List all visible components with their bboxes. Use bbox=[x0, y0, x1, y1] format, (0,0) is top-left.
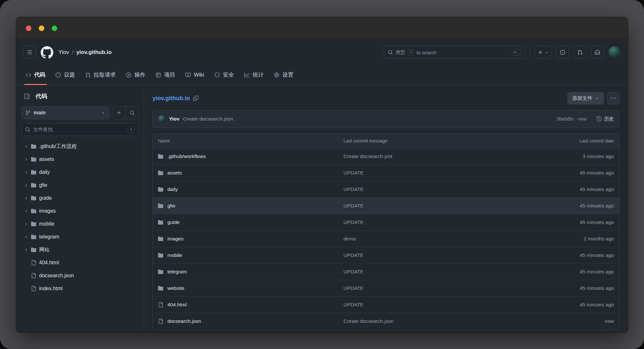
go-to-file-input[interactable]: 文件查找 t bbox=[21, 123, 139, 136]
tree-folder[interactable]: images bbox=[21, 205, 139, 217]
commit-message-link[interactable]: Create docsearch.yml bbox=[343, 153, 392, 159]
tab-insights[interactable]: 统计 bbox=[240, 65, 268, 85]
tab-code[interactable]: 代码 bbox=[22, 65, 49, 85]
commit-message-link[interactable]: UPDATE bbox=[343, 269, 364, 274]
commit-message-link[interactable]: UPDATE bbox=[343, 186, 364, 192]
table-row[interactable]: guide UPDATE 45 minutes ago bbox=[153, 214, 619, 230]
add-file-button[interactable]: 添加文件 bbox=[567, 92, 604, 104]
chevron-right-icon bbox=[24, 196, 28, 200]
commit-message-link[interactable]: UPDATE bbox=[343, 219, 364, 225]
table-icon bbox=[156, 72, 161, 78]
shield-icon bbox=[215, 72, 220, 78]
breadcrumb-separator: / bbox=[72, 49, 73, 56]
breadcrumb-owner-link[interactable]: Yiov bbox=[58, 49, 69, 56]
tab-pull-requests[interactable]: 拉取请求 bbox=[81, 65, 120, 85]
inbox-button[interactable] bbox=[591, 46, 604, 59]
tab-security[interactable]: 安全 bbox=[210, 65, 238, 85]
code-icon bbox=[26, 72, 31, 78]
file-name-link[interactable]: 404.html bbox=[167, 302, 186, 308]
file-name-link[interactable]: daily bbox=[167, 186, 178, 192]
commit-message-link[interactable]: Create docsearch.json bbox=[343, 318, 394, 324]
commit-message-link[interactable]: demo bbox=[343, 236, 356, 241]
table-row[interactable]: website UPDATE 45 minutes ago bbox=[153, 280, 619, 296]
tab-issues[interactable]: 议题 bbox=[51, 65, 79, 85]
minimize-window-button[interactable] bbox=[39, 26, 44, 31]
tree-file[interactable]: docsearch.json bbox=[21, 269, 139, 282]
file-name-link[interactable]: telegram bbox=[167, 269, 187, 275]
file-name-link[interactable]: guide bbox=[167, 219, 180, 225]
file-name-link[interactable]: images bbox=[167, 236, 184, 242]
tree-folder[interactable]: telegram bbox=[21, 230, 139, 243]
search-placeholder-suffix: to search bbox=[417, 50, 437, 55]
tree-folder[interactable]: 网站 bbox=[21, 243, 139, 256]
github-logo-icon[interactable] bbox=[41, 46, 53, 59]
tree-folder[interactable]: guide bbox=[21, 192, 139, 205]
table-row[interactable]: gfw UPDATE 45 minutes ago bbox=[153, 197, 619, 214]
issues-dashboard-button[interactable] bbox=[556, 46, 569, 59]
commit-message-link[interactable]: UPDATE bbox=[343, 285, 364, 291]
chevron-right-icon bbox=[24, 170, 28, 174]
table-row[interactable]: mobile UPDATE 45 minutes ago bbox=[153, 247, 619, 263]
t-key-hint: t bbox=[128, 126, 135, 133]
breadcrumb-repo-link[interactable]: yiov.github.io bbox=[76, 49, 111, 56]
table-row[interactable]: 404.html UPDATE 45 minutes ago bbox=[153, 296, 619, 313]
history-link[interactable]: 历史 bbox=[596, 116, 614, 122]
repo-root-link[interactable]: yiov.github.io bbox=[153, 95, 190, 102]
chevron-right-icon bbox=[24, 157, 28, 162]
commit-message-link[interactable]: Create docsearch.json bbox=[183, 116, 233, 122]
tab-actions[interactable]: 操作 bbox=[122, 65, 150, 85]
table-row[interactable]: daily UPDATE 45 minutes ago bbox=[153, 181, 619, 197]
commit-author-avatar[interactable] bbox=[158, 115, 165, 123]
tab-wiki[interactable]: Wiki bbox=[181, 65, 208, 85]
tree-folder[interactable]: gfw bbox=[21, 179, 139, 192]
table-row[interactable]: docsearch.json Create docsearch.json now bbox=[153, 313, 619, 329]
table-row[interactable]: .github/workflows Create docsearch.yml 3… bbox=[153, 148, 619, 164]
commit-message-link[interactable]: UPDATE bbox=[343, 252, 364, 258]
tree-file[interactable]: 404.html bbox=[21, 256, 139, 269]
command-palette-button[interactable]: >_ bbox=[512, 49, 522, 56]
tree-folder[interactable]: mobile bbox=[21, 217, 139, 230]
search-tree-button[interactable] bbox=[125, 107, 138, 119]
copy-path-button[interactable] bbox=[193, 96, 198, 101]
tree-folder[interactable]: .github/工作流程 bbox=[21, 140, 139, 153]
zoom-window-button[interactable] bbox=[52, 26, 57, 31]
tab-projects[interactable]: 项目 bbox=[152, 65, 179, 85]
tree-folder[interactable]: assets bbox=[21, 153, 139, 166]
commit-date: 45 minutes ago bbox=[546, 302, 614, 308]
table-row[interactable]: assets UPDATE 45 minutes ago bbox=[153, 164, 619, 181]
commit-message-link[interactable]: UPDATE bbox=[343, 302, 364, 307]
repo-tab-nav: 代码 议题 拉取请求 操作 项目 Wiki 安全 统计 设置 bbox=[16, 65, 628, 85]
file-name-link[interactable]: website bbox=[167, 285, 185, 291]
create-new-button[interactable] bbox=[535, 46, 552, 59]
file-tree: .github/工作流程 assets daily gfw guide imag… bbox=[21, 140, 139, 295]
commit-sha-link[interactable]: 5ba0d5c · now bbox=[557, 116, 586, 122]
add-file-tree-button[interactable] bbox=[112, 107, 125, 119]
tree-file[interactable]: index.html bbox=[21, 282, 139, 295]
commit-author-link[interactable]: Yiov bbox=[169, 116, 179, 122]
chevron-down-icon bbox=[544, 50, 549, 55]
tab-label: 代码 bbox=[34, 71, 45, 79]
global-nav-menu-button[interactable] bbox=[23, 46, 36, 59]
pull-requests-dashboard-button[interactable] bbox=[574, 46, 586, 59]
commit-date: 45 minutes ago bbox=[546, 252, 614, 258]
file-name-link[interactable]: gfw bbox=[167, 203, 175, 209]
close-window-button[interactable] bbox=[26, 26, 31, 31]
more-options-button[interactable] bbox=[607, 92, 619, 104]
chevron-down-icon bbox=[595, 96, 599, 100]
branch-selector[interactable]: main bbox=[21, 106, 110, 119]
sidebar-title: 代码 bbox=[36, 92, 47, 100]
table-row[interactable]: telegram UPDATE 45 minutes ago bbox=[153, 263, 619, 280]
tab-settings[interactable]: 设置 bbox=[270, 65, 298, 85]
file-name-link[interactable]: .github/workflows bbox=[167, 153, 206, 159]
history-icon bbox=[596, 116, 602, 122]
collapse-file-tree-button[interactable] bbox=[21, 91, 32, 102]
tree-folder[interactable]: daily bbox=[21, 166, 139, 179]
commit-message-link[interactable]: UPDATE bbox=[343, 170, 364, 175]
file-name-link[interactable]: assets bbox=[167, 170, 182, 176]
global-search-input[interactable]: 类型 / to search >_ bbox=[384, 46, 525, 59]
file-name-link[interactable]: docsearch.json bbox=[167, 318, 201, 324]
user-avatar[interactable] bbox=[608, 46, 621, 58]
file-name-link[interactable]: mobile bbox=[167, 252, 182, 258]
commit-message-link[interactable]: UPDATE bbox=[343, 203, 364, 208]
table-row[interactable]: images demo 2 months ago bbox=[153, 230, 619, 247]
